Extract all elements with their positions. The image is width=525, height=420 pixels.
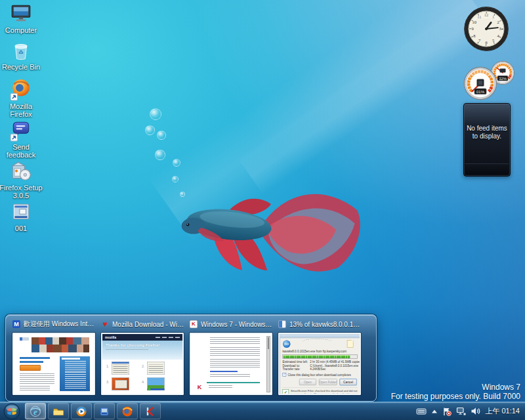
icon-label: Recycle Bin xyxy=(0,63,42,71)
build-watermark: Windows 7 For testing purposes only. Bui… xyxy=(391,383,520,401)
icon-label: Mozilla Firefox xyxy=(0,102,42,118)
desktop-icon-computer[interactable]: Computer xyxy=(0,3,42,34)
feed-empty-message: No feed items to display. xyxy=(467,125,507,140)
taskbar-button-windows-explorer[interactable] xyxy=(48,403,69,419)
article-text-lines xyxy=(210,337,260,368)
kaspersky-setup-icon xyxy=(145,406,156,417)
image-file-icon xyxy=(10,201,32,223)
taskbar-button-firefox[interactable] xyxy=(117,403,138,419)
firefox-icon xyxy=(10,79,32,101)
taskbar: e xyxy=(0,402,525,420)
bubble xyxy=(145,125,155,135)
headline-line xyxy=(20,361,44,363)
ie-welcome-favicon: M xyxy=(12,320,20,328)
bubble xyxy=(173,159,180,167)
page-logo xyxy=(20,337,30,341)
folder-icon xyxy=(52,406,64,417)
cancel-button: Cancel xyxy=(340,379,357,385)
network-icon[interactable] xyxy=(456,407,466,415)
clock-gadget[interactable]: 12 1 2 3 4 5 6 7 8 9 10 11 xyxy=(463,6,509,52)
cpu-meter-gadget[interactable]: 32% 01% xyxy=(461,61,521,103)
bubble xyxy=(157,131,166,140)
volume-icon[interactable] xyxy=(471,407,480,415)
step-screenshot-1 xyxy=(112,362,129,375)
feedback-bubble-icon xyxy=(10,119,32,142)
bubble xyxy=(155,150,165,160)
svg-text:5: 5 xyxy=(492,38,494,43)
svg-text:01%: 01% xyxy=(476,89,485,94)
media-player-icon xyxy=(75,406,87,417)
hero-band: Thanks for choosing Firefox! xyxy=(102,341,182,360)
globe-icon xyxy=(283,341,290,348)
svg-text:8: 8 xyxy=(473,33,475,38)
download-source: kavwks8.0.0.1015en.exe from ftp.kaspersk… xyxy=(283,350,358,353)
computer-icon xyxy=(10,3,32,25)
desktop-icon-001[interactable]: 001 xyxy=(0,201,42,232)
taskbar-button-kaspersky-setup[interactable] xyxy=(140,403,161,419)
betta-fish-illustration xyxy=(165,176,374,282)
download-progress-bar xyxy=(283,354,358,359)
svg-text:9: 9 xyxy=(471,26,473,31)
download-dialog-favicon xyxy=(278,320,286,328)
desktop-icon-firefox[interactable]: Mozilla Firefox xyxy=(0,79,42,118)
feed-headlines-gadget[interactable]: No feed items to display. xyxy=(463,103,511,177)
desktop-icon-firefox-setup[interactable]: Firefox Setup 3.0.5 xyxy=(0,160,42,200)
taskbar-button-media-player[interactable] xyxy=(71,403,92,419)
header-menu xyxy=(156,337,180,338)
input-indicator-icon[interactable] xyxy=(416,408,427,415)
step-screenshot-3 xyxy=(112,377,129,390)
report-unsafe-link: Report an unsafe download. xyxy=(314,392,349,395)
desktop-icon-send-feedback[interactable]: Send feedback xyxy=(0,119,42,159)
preview-title-ie-welcome[interactable]: M 歡迎使用 Windows Internet Expl... xyxy=(12,320,95,329)
paragraph-lines xyxy=(20,386,50,390)
preview-title-mozilla-download[interactable]: ♥ Mozilla Download - Windows In... xyxy=(101,320,184,329)
preview-titles-row: M 歡迎使用 Windows Internet Expl... ♥ Mozill… xyxy=(6,315,376,331)
image-viewer-icon xyxy=(99,406,110,417)
blue-sidebar xyxy=(60,356,90,392)
photo-collage xyxy=(32,337,89,345)
icon-label: 001 xyxy=(0,224,42,232)
photo-collage xyxy=(32,345,89,352)
taskbar-button-internet-explorer[interactable]: e xyxy=(25,403,46,419)
preview-thumbnail-download-dialog[interactable]: kavwks8.0.0.1015en.exe from ftp.kaspersk… xyxy=(278,333,361,395)
icon-label: Send feedback xyxy=(0,143,42,159)
taskbar-button-image-viewer[interactable] xyxy=(94,403,115,419)
paragraph-lines xyxy=(20,373,55,383)
tray-clock[interactable]: 上午 01:14 xyxy=(485,406,520,416)
preview-title-download-dialog[interactable]: 13% of kavwks8.0.0.1015en.exe f... xyxy=(278,320,361,329)
scrollbar xyxy=(266,336,270,393)
internet-explorer-icon: e xyxy=(30,406,41,417)
feed-gadget-footer xyxy=(465,163,509,175)
close-when-done-checkbox: ✓ Close this dialog box when download co… xyxy=(283,373,358,377)
step-screenshot-4 xyxy=(147,377,165,390)
preview-title-windows7-page[interactable]: K Windows 7 - Windows Internet ... xyxy=(190,320,272,329)
svg-text:32%: 32% xyxy=(499,77,507,81)
open-folder-button: Open Folder xyxy=(319,379,337,385)
icon-label: Computer xyxy=(0,26,42,34)
orange-button xyxy=(20,365,41,371)
desktop-icon-recycle-bin[interactable]: Recycle Bin xyxy=(0,39,42,71)
open-button: Open xyxy=(299,379,316,385)
file-icon xyxy=(347,340,354,348)
bubble xyxy=(172,176,178,182)
taskbar-preview-panel: M 歡迎使用 Windows Internet Expl... ♥ Mozill… xyxy=(5,314,377,402)
preview-thumbnail-mozilla[interactable]: mozilla Thanks for choosing Firefox! 1. … xyxy=(101,333,184,395)
icon-label: Firefox Setup 3.0.5 xyxy=(0,184,48,200)
headline-line xyxy=(20,357,50,359)
article-link xyxy=(210,371,237,372)
download-animation-arc xyxy=(302,339,331,344)
mozilla-header-bar: mozilla xyxy=(102,334,182,341)
bubble xyxy=(180,192,185,197)
cpu-gauge: 01% xyxy=(465,68,497,100)
bubble xyxy=(150,108,161,120)
svg-text:3: 3 xyxy=(499,26,501,31)
firefox-taskbar-icon xyxy=(121,406,133,417)
show-hidden-icons-button[interactable] xyxy=(431,409,438,414)
preview-thumbnail-ie-welcome[interactable] xyxy=(12,333,95,395)
start-button[interactable] xyxy=(3,403,20,420)
preview-thumbnail-windows7-article[interactable]: K xyxy=(190,333,272,395)
system-tray: 上午 01:14 xyxy=(416,406,525,416)
step-screenshot-2 xyxy=(147,362,165,375)
action-center-flag-icon[interactable] xyxy=(442,407,452,416)
preview-thumbnails-row: mozilla Thanks for choosing Firefox! 1. … xyxy=(6,331,376,396)
